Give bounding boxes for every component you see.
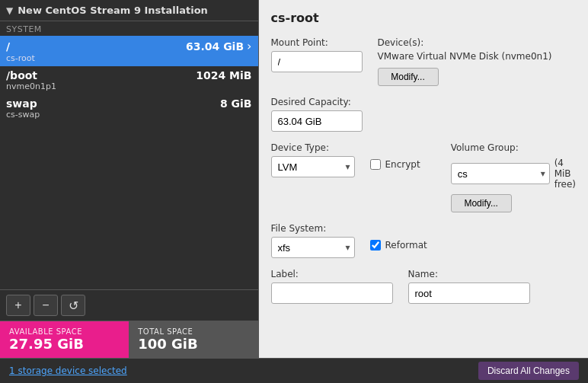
mount-device-row: Mount Point: Device(s): VMware Virtual N… (271, 37, 577, 86)
mount-list: SYSTEM / 63.04 GiB › cs-root /boot 1024 … (0, 21, 258, 289)
name-label: Name: (408, 269, 530, 279)
available-space-label: AVAILABLE SPACE (9, 327, 120, 336)
mount-size-boot: 1024 MiB (196, 69, 251, 81)
modify-volume-button[interactable]: Modify... (451, 194, 512, 212)
mount-item-root[interactable]: / 63.04 GiB › cs-root (0, 36, 258, 66)
mount-name-swap: swap (6, 97, 37, 110)
devices-value: VMware Virtual NVMe Disk (nvme0n1) (378, 51, 577, 62)
available-space-box: AVAILABLE SPACE 27.95 GiB (0, 321, 129, 358)
encrypt-group: Encrypt (370, 159, 420, 170)
mount-sub-swap: cs-swap (6, 110, 252, 120)
reformat-label: Reformat (385, 240, 427, 251)
bottom-bar: 1 storage device selected Discard All Ch… (0, 358, 588, 383)
fs-group: File System: xfs ext4 ext3 ext2 swap vfa… (271, 223, 355, 258)
total-space-value: 100 GiB (138, 336, 248, 352)
total-space-box: TOTAL SPACE 100 GiB (129, 321, 257, 358)
mount-sub-boot: nvme0n1p1 (6, 81, 252, 91)
volume-group-group: Volume Group: cs (4 MiB free) Modify... (451, 142, 576, 212)
modify-devices-button[interactable]: Modify... (378, 68, 439, 86)
name-input[interactable] (408, 282, 530, 304)
discard-button[interactable]: Discard All Changes (478, 362, 579, 380)
device-type-group: Device Type: LVM Standard Partition LVM … (271, 142, 355, 177)
desired-capacity-group: Desired Capacity: (271, 97, 363, 132)
available-space-value: 27.95 GiB (9, 336, 120, 352)
volume-group-select-row: cs (4 MiB free) (451, 158, 576, 190)
fs-select[interactable]: xfs ext4 ext3 ext2 swap vfat efifs (271, 237, 355, 258)
add-button[interactable]: + (6, 295, 30, 316)
space-info: AVAILABLE SPACE 27.95 GiB TOTAL SPACE 10… (0, 321, 258, 358)
mount-name-root: / (6, 40, 10, 53)
total-space-label: TOTAL SPACE (138, 327, 248, 336)
mount-size-swap: 8 GiB (220, 97, 252, 110)
label-label: Label: (271, 269, 393, 279)
reset-button[interactable]: ↺ (61, 295, 85, 316)
mount-item-boot[interactable]: /boot 1024 MiB nvme0n1p1 (0, 66, 258, 94)
mount-sub-root: cs-root (6, 53, 252, 63)
tree-title: New CentOS Stream 9 Installation (18, 5, 208, 16)
label-input[interactable] (271, 282, 393, 304)
mount-point-label: Mount Point: (271, 37, 363, 48)
remove-button[interactable]: − (34, 295, 58, 316)
volume-group-label: Volume Group: (451, 142, 576, 153)
fs-label: File System: (271, 223, 355, 234)
mount-size-root: 63.04 GiB (186, 40, 244, 53)
list-controls: + − ↺ (0, 289, 258, 321)
encrypt-label: Encrypt (385, 159, 420, 170)
chevron-right-icon: › (247, 39, 251, 53)
desired-capacity-input[interactable] (271, 110, 363, 132)
storage-device-link[interactable]: 1 storage device selected (9, 365, 127, 376)
mount-point-group: Mount Point: (271, 37, 363, 86)
volume-group-free: (4 MiB free) (554, 158, 576, 190)
devices-label: Device(s): (378, 37, 577, 48)
mount-item-swap[interactable]: swap 8 GiB cs-swap (0, 94, 258, 123)
desired-capacity-label: Desired Capacity: (271, 97, 363, 107)
device-type-row: Device Type: LVM Standard Partition LVM … (271, 142, 577, 212)
reformat-checkbox[interactable] (370, 240, 381, 251)
device-type-label: Device Type: (271, 142, 355, 153)
mount-point-input[interactable] (271, 51, 363, 72)
name-group: Name: (408, 269, 530, 304)
device-type-select[interactable]: LVM Standard Partition LVM Thin Provisio… (271, 156, 355, 177)
volume-group-select[interactable]: cs (451, 163, 550, 184)
encrypt-checkbox[interactable] (370, 159, 381, 170)
label-name-row: Label: Name: (271, 269, 577, 304)
label-group: Label: (271, 269, 393, 304)
capacity-row: Desired Capacity: (271, 97, 577, 132)
devices-group: Device(s): VMware Virtual NVMe Disk (nvm… (378, 37, 577, 86)
right-panel: cs-root Mount Point: Device(s): VMware V… (259, 0, 589, 358)
system-section-label: SYSTEM (0, 21, 258, 36)
fs-row: File System: xfs ext4 ext3 ext2 swap vfa… (271, 223, 577, 258)
mount-name-boot: /boot (6, 69, 37, 81)
panel-title: cs-root (271, 11, 577, 25)
tree-collapse-icon[interactable]: ▼ (6, 5, 13, 16)
reformat-group: Reformat (370, 240, 427, 251)
left-panel: ▼ New CentOS Stream 9 Installation SYSTE… (0, 0, 259, 358)
tree-header: ▼ New CentOS Stream 9 Installation (0, 0, 258, 21)
